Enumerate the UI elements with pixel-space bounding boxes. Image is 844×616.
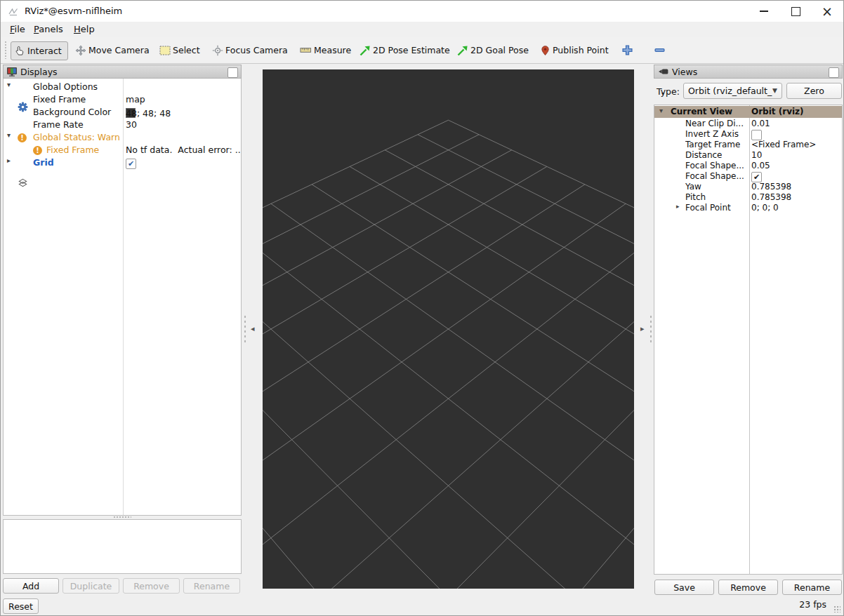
tool-move-camera[interactable]: Move Camera [75,41,150,59]
tree-row-background-color[interactable]: Background Color 48; 48; 48 [4,105,241,118]
remove-display-button[interactable]: Remove [123,578,180,594]
tree-row-fixed-frame-status[interactable]: ! Fixed Frame No tf data. Actual error: … [4,143,241,156]
tree-row-current-view[interactable]: ▾ Current View Orbit (rviz) [654,106,842,118]
move-camera-icon [75,45,86,56]
tree-row-pitch[interactable]: Pitch 0.785398 [654,192,842,202]
horizontal-splitter[interactable] [113,516,131,518]
focus-crosshair-icon [212,45,223,56]
tree-row-focal-point[interactable]: ▸ Focal Point 0; 0; 0 [654,202,842,213]
tool-publish-point[interactable]: Publish Point [540,41,609,59]
collapsed-arrow-icon[interactable]: ▸ [7,156,11,164]
ruler-icon [300,46,312,54]
menu-help[interactable]: Help [71,23,98,37]
left-splitter[interactable] [244,314,246,345]
tree-row-grid[interactable]: ▸ Grid ✔ [4,156,241,168]
tree-row-global-status[interactable]: ▾ ! Global Status: Warn [4,130,241,143]
tool-interact[interactable]: Interact [11,41,68,60]
displays-panel: Displays ▾ [3,65,242,516]
views-panel-header[interactable]: Views [654,65,843,79]
collapsed-arrow-icon[interactable]: ▸ [676,203,680,210]
rviz-window: RViz*@esvm-niflheim × File Panels Help I… [0,0,844,616]
displays-tree: ▾ Global Options Fixed Frame [3,79,242,516]
rename-view-button[interactable]: Rename [782,580,842,595]
add-tool-button[interactable] [621,41,633,59]
minus-icon [654,44,666,56]
3d-viewport[interactable] [263,69,634,589]
tree-row-focal-shape-fixed[interactable]: Focal Shape... ✔ [654,170,842,181]
expanded-arrow-icon[interactable]: ▾ [7,81,11,88]
green-arrow-icon [360,45,371,56]
gear-icon [18,81,28,91]
toolbar: Interact Move Camera Select Focus Camera [1,37,843,64]
tool-select[interactable]: Select [159,41,200,59]
save-view-button[interactable]: Save [654,580,714,595]
rviz-app-icon [8,6,19,18]
tree-row-distance[interactable]: Distance 10 [654,149,842,160]
tree-row-target-frame[interactable]: Target Frame <Fixed Frame> [654,139,842,149]
views-panel-title: Views [672,67,697,77]
views-panel: Views Type: Orbit (rviz_default_ ▼ Zero … [654,65,843,575]
tree-row-near-clip[interactable]: Near Clip Di... 0.01 [654,118,842,128]
displays-panel-header[interactable]: Displays [3,65,242,79]
warning-icon: ! [18,132,28,142]
displays-float-checkbox[interactable] [228,67,238,78]
select-box-icon [159,46,171,55]
map-pin-icon [540,45,550,56]
tree-row-fixed-frame[interactable]: Fixed Frame map [4,93,241,105]
hand-icon [15,46,25,56]
type-label: Type: [657,86,680,97]
tree-row-global-options[interactable]: ▾ Global Options [4,80,241,93]
views-camera-icon [658,67,669,76]
menubar: File Panels Help [1,22,843,37]
remove-tool-button[interactable] [654,41,666,59]
collapse-right-panel-arrow[interactable]: ▸ [640,324,645,333]
fps-counter: 23 fps [799,599,826,610]
displays-panel-title: Displays [20,67,58,77]
view-type-dropdown[interactable]: Orbit (rviz_default_ ▼ [683,83,782,99]
tree-row-focal-shape-size[interactable]: Focal Shape... 0.05 [654,160,842,170]
tree-row-frame-rate[interactable]: Frame Rate 30 [4,118,241,130]
warning-icon: ! [33,145,44,155]
tool-2d-pose-estimate[interactable]: 2D Pose Estimate [360,41,450,59]
plus-icon [621,44,633,56]
minimize-button[interactable] [750,1,778,22]
add-display-button[interactable]: Add [3,578,59,594]
rename-display-button[interactable]: Rename [183,578,240,594]
toolbar-drag-handle[interactable] [4,41,8,59]
maximize-button[interactable] [782,1,810,22]
frame-rate-value[interactable]: 30 [126,119,137,130]
titlebar[interactable]: RViz*@esvm-niflheim × [1,1,843,22]
resize-grip[interactable] [833,605,840,612]
collapse-left-panel-arrow[interactable]: ◂ [251,324,255,333]
window-title: RViz*@esvm-niflheim [25,6,122,16]
green-arrow-icon [457,45,468,56]
right-splitter[interactable] [650,314,652,345]
zero-button[interactable]: Zero [786,83,842,99]
tree-row-yaw[interactable]: Yaw 0.785398 [654,181,842,192]
expanded-arrow-icon[interactable]: ▾ [659,107,663,114]
expanded-arrow-icon[interactable]: ▾ [7,131,11,139]
views-tree: ▾ Current View Orbit (rviz) Near Clip Di… [654,105,843,575]
displays-icon [6,66,18,77]
fixed-frame-value[interactable]: map [126,94,145,105]
tool-2d-goal-pose[interactable]: 2D Goal Pose [457,41,529,59]
menu-panels[interactable]: Panels [31,23,66,37]
remove-view-button[interactable]: Remove [718,580,778,595]
chevron-down-icon: ▼ [772,87,777,94]
description-box [3,519,242,574]
grid-icon [18,156,28,167]
tree-row-invert-z[interactable]: Invert Z Axis [654,128,842,139]
tool-measure[interactable]: Measure [300,41,351,59]
tf-error-value: No tf data. Actual error: ... [126,145,240,155]
close-button[interactable]: × [813,1,841,22]
duplicate-display-button[interactable]: Duplicate [62,578,119,594]
menu-file[interactable]: File [7,23,28,37]
views-float-checkbox[interactable] [829,67,839,78]
reset-button[interactable]: Reset [3,598,39,614]
tool-focus-camera[interactable]: Focus Camera [212,41,288,59]
